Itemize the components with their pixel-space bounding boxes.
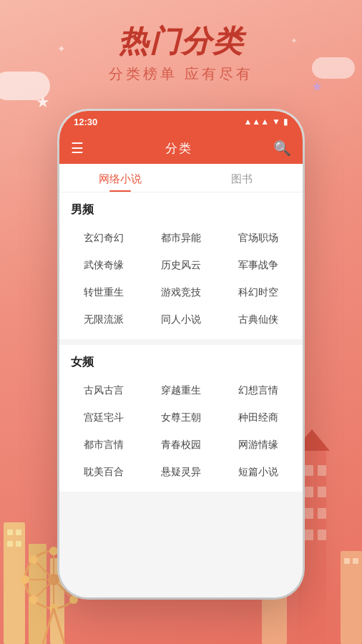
svg-point-13 (49, 547, 58, 555)
list-item[interactable]: 官场职场 (220, 225, 297, 252)
list-item[interactable]: 幻想言情 (220, 377, 297, 404)
svg-rect-31 (305, 530, 313, 540)
male-section: 男频 玄幻奇幻 都市异能 官场职场 武侠奇缘 历史风云 军事战争 转世重生 游戏… (59, 192, 303, 339)
svg-rect-0 (4, 522, 25, 644)
main-subtitle: 分类榜单 应有尽有 (0, 64, 362, 84)
wifi-icon: ▼ (272, 117, 280, 127)
list-item[interactable]: 青春校园 (142, 431, 220, 459)
svg-rect-5 (7, 541, 13, 547)
svg-rect-4 (16, 530, 21, 535)
phone-mockup: 12:30 ▲▲▲ ▼ ▮ ☰ 分类 🔍 网络小说 图书 (59, 111, 303, 597)
list-item[interactable]: 宫廷宅斗 (65, 404, 142, 431)
list-item[interactable]: 历史风云 (142, 252, 220, 279)
list-item[interactable]: 无限流派 (65, 306, 142, 333)
svg-rect-34 (341, 551, 362, 644)
svg-rect-29 (305, 508, 313, 519)
svg-rect-39 (344, 558, 350, 564)
tab-online-novels[interactable]: 网络小说 (59, 172, 181, 192)
tab-bar: 网络小说 图书 (59, 164, 303, 192)
nav-bar: ☰ 分类 🔍 (59, 132, 303, 164)
male-section-header: 男频 (59, 192, 303, 225)
female-section: 女频 古风古言 穿越重生 幻想言情 宫廷宅斗 女尊王朝 种田经商 都市言情 青春… (59, 345, 303, 492)
list-item[interactable]: 短篇小说 (220, 459, 297, 486)
svg-rect-40 (353, 558, 358, 564)
svg-rect-32 (318, 530, 326, 540)
svg-rect-6 (16, 541, 21, 547)
list-item[interactable]: 网游情缘 (220, 431, 297, 459)
list-item[interactable]: 转世重生 (65, 279, 142, 306)
status-bar: 12:30 ▲▲▲ ▼ ▮ (59, 111, 303, 132)
list-item[interactable]: 武侠奇缘 (65, 252, 142, 279)
svg-rect-28 (318, 487, 326, 497)
male-section-grid: 玄幻奇幻 都市异能 官场职场 武侠奇缘 历史风云 军事战争 转世重生 游戏竞技 … (59, 225, 303, 339)
list-item[interactable]: 女尊王朝 (142, 404, 220, 431)
list-item[interactable]: 悬疑灵异 (142, 459, 220, 486)
list-item[interactable]: 耽美百合 (65, 459, 142, 486)
svg-rect-3 (7, 530, 13, 535)
signal-icon: ▲▲▲ (243, 117, 269, 127)
tab-books[interactable]: 图书 (181, 172, 303, 192)
header-section: 热门分类 分类榜单 应有尽有 (0, 21, 362, 84)
list-item[interactable]: 种田经商 (220, 404, 297, 431)
status-icons: ▲▲▲ ▼ ▮ (243, 117, 288, 127)
list-item[interactable]: 古风古言 (65, 377, 142, 404)
list-item[interactable]: 游戏竞技 (142, 279, 220, 306)
svg-rect-27 (305, 487, 313, 497)
star-left: ★ (36, 93, 50, 112)
list-item[interactable]: 都市言情 (65, 431, 142, 459)
battery-icon: ▮ (283, 117, 288, 127)
female-section-grid: 古风古言 穿越重生 幻想言情 宫廷宅斗 女尊王朝 种田经商 都市言情 青春校园 … (59, 377, 303, 492)
svg-rect-25 (305, 465, 313, 476)
main-title: 热门分类 (0, 21, 362, 62)
list-item[interactable]: 科幻时空 (220, 279, 297, 306)
menu-icon[interactable]: ☰ (71, 140, 84, 157)
nav-title: 分类 (165, 140, 192, 157)
list-item[interactable]: 穿越重生 (142, 377, 220, 404)
svg-rect-30 (318, 508, 326, 519)
content-area: 男频 玄幻奇幻 都市异能 官场职场 武侠奇缘 历史风云 军事战争 转世重生 游戏… (59, 192, 303, 597)
list-item[interactable]: 古典仙侠 (220, 306, 297, 333)
status-time: 12:30 (74, 117, 97, 127)
svg-rect-26 (318, 465, 326, 476)
list-item[interactable]: 军事战争 (220, 252, 297, 279)
list-item[interactable]: 都市异能 (142, 225, 220, 252)
female-section-header: 女频 (59, 345, 303, 377)
svg-point-17 (29, 555, 38, 564)
list-item[interactable]: 玄幻奇幻 (65, 225, 142, 252)
search-icon[interactable]: 🔍 (273, 140, 291, 157)
svg-point-15 (21, 575, 29, 584)
svg-point-20 (29, 595, 38, 604)
list-item[interactable]: 同人小说 (142, 306, 220, 333)
